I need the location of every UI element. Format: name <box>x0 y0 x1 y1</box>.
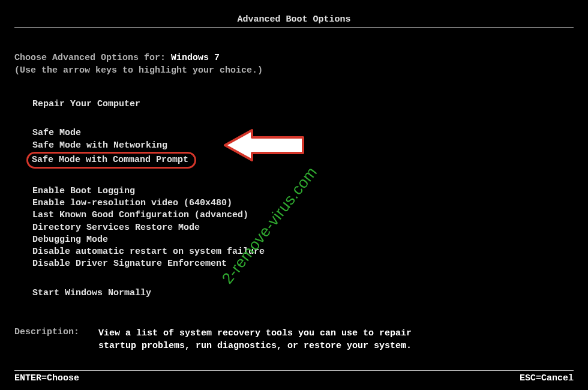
divider-top <box>14 27 574 28</box>
footer-esc: ESC=Cancel <box>520 373 574 383</box>
option-repair[interactable]: Repair Your Computer <box>30 98 143 110</box>
option-safe-mode-networking[interactable]: Safe Mode with Networking <box>30 140 170 152</box>
option-disable-driver-sig[interactable]: Disable Driver Signature Enforcement <box>30 258 229 270</box>
divider-bottom <box>14 370 574 371</box>
option-debugging[interactable]: Debugging Mode <box>30 234 110 246</box>
instruction-line: Choose Advanced Options for: Windows 7 <box>14 52 574 64</box>
boot-options-screen: Advanced Boot Options Choose Advanced Op… <box>0 0 588 390</box>
option-start-normally[interactable]: Start Windows Normally <box>30 287 154 299</box>
footer-enter: ENTER=Choose <box>14 373 79 383</box>
instruction-hint: (Use the arrow keys to highlight your ch… <box>14 64 574 77</box>
annotation-arrow-icon <box>219 124 315 169</box>
option-low-res[interactable]: Enable low-resolution video (640x480) <box>30 197 235 209</box>
description-text: View a list of system recovery tools you… <box>98 327 434 352</box>
screen-title: Advanced Boot Options <box>14 14 574 25</box>
option-last-known-good[interactable]: Last Known Good Configuration (advanced) <box>30 209 251 221</box>
option-dsrm[interactable]: Directory Services Restore Mode <box>30 222 202 234</box>
option-safe-mode-cmd[interactable]: Safe Mode with Command Prompt <box>26 152 196 169</box>
instruction-prefix: Choose Advanced Options for: <box>14 53 171 63</box>
description-block: Description: View a list of system recov… <box>14 327 574 352</box>
footer-bar: ENTER=Choose ESC=Cancel <box>14 373 574 383</box>
option-boot-logging[interactable]: Enable Boot Logging <box>30 185 137 197</box>
option-safe-mode[interactable]: Safe Mode <box>30 127 83 139</box>
os-name: Windows 7 <box>171 53 220 63</box>
description-label: Description: <box>14 327 98 352</box>
option-disable-auto-restart[interactable]: Disable automatic restart on system fail… <box>30 246 267 258</box>
